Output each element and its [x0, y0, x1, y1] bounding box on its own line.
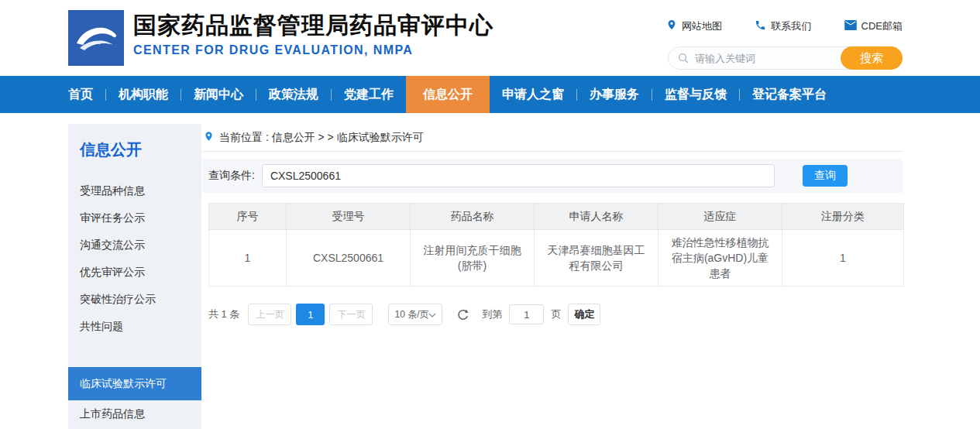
- query-input[interactable]: [262, 164, 775, 187]
- refresh-icon[interactable]: [456, 308, 469, 321]
- search-icon: [678, 53, 689, 63]
- query-bar: 查询条件: 查询: [202, 159, 903, 193]
- sidebar-title: 信息公开: [80, 141, 201, 159]
- page-size-select[interactable]: 10 条/页: [388, 304, 442, 325]
- breadcrumb: 当前位置 : 信息公开 > > 临床试验默示许可: [202, 124, 903, 152]
- nav-item-news[interactable]: 新闻中心: [181, 76, 256, 113]
- nav-item-supervision[interactable]: 监督与反馈: [652, 76, 739, 113]
- site-search: 搜索: [668, 46, 903, 70]
- col-header-drug-name: 药品名称: [411, 204, 535, 230]
- query-label: 查询条件:: [208, 169, 255, 183]
- pagination: 共 1 条 上一页 1 下一页 10 条/页 到第 页 确定: [208, 304, 903, 325]
- goto-page-input[interactable]: [509, 304, 544, 324]
- nav-item-services[interactable]: 办事服务: [577, 76, 652, 113]
- sidebar-item-review-tasks[interactable]: 审评任务公示: [68, 204, 201, 232]
- col-header-acceptance-no: 受理号: [287, 204, 411, 230]
- breadcrumb-text: 当前位置 : 信息公开 > > 临床试验默示许可: [219, 131, 424, 145]
- current-page-button[interactable]: 1: [296, 304, 325, 325]
- page-unit-label: 页: [551, 307, 561, 321]
- header-utility-links: 网站地图 联系我们 CDE邮箱: [666, 19, 903, 33]
- sitemap-link[interactable]: 网站地图: [666, 19, 722, 33]
- cell-index: 1: [209, 230, 287, 287]
- cell-applicant: 天津昂赛细胞基因工程有限公司: [535, 230, 658, 287]
- table-header-row: 序号 受理号 药品名称 申请人名称 适应症 注册分类: [209, 204, 904, 230]
- cell-indication: 难治性急性移植物抗宿主病(aGvHD)儿童患者: [658, 230, 782, 287]
- cell-registration-class: 1: [782, 230, 904, 287]
- cde-logo: [68, 10, 124, 66]
- page-size-value: 10 条/页: [394, 308, 428, 321]
- sidebar: 信息公开 受理品种信息 审评任务公示 沟通交流公示 优先审评公示 突破性治疗公示…: [68, 124, 201, 429]
- site-title-en: CENTER FOR DRUG EVALUATION, NMPA: [133, 43, 493, 57]
- main-nav: 首页 机构职能 新闻中心 政策法规 党建工作 信息公开 申请人之窗 办事服务 监…: [0, 76, 980, 113]
- main-content: 当前位置 : 信息公开 > > 临床试验默示许可 查询条件: 查询 序号 受理号…: [202, 124, 903, 325]
- search-button[interactable]: 搜索: [841, 46, 903, 70]
- cell-acceptance-no: CXSL2500661: [287, 230, 411, 287]
- results-table: 序号 受理号 药品名称 申请人名称 适应症 注册分类 1 CXSL2500661…: [208, 203, 904, 287]
- sidebar-item-marketed-drugs[interactable]: 上市药品信息: [68, 400, 201, 427]
- phone-icon: [755, 19, 766, 33]
- col-header-registration-class: 注册分类: [782, 204, 904, 230]
- site-header: 国家药品监督管理局药品审评中心 CENTER FOR DRUG EVALUATI…: [0, 0, 980, 76]
- nav-item-party[interactable]: 党建工作: [332, 76, 406, 113]
- nav-item-info-disclosure[interactable]: 信息公开: [406, 76, 490, 113]
- sidebar-item-accepted-varieties[interactable]: 受理品种信息: [68, 177, 201, 204]
- nav-item-functions[interactable]: 机构职能: [106, 76, 181, 113]
- sidebar-item-communication[interactable]: 沟通交流公示: [68, 232, 201, 259]
- contact-link[interactable]: 联系我们: [755, 19, 811, 33]
- sidebar-item-clinical-trial-implied-license[interactable]: 临床试验默示许可: [68, 367, 201, 400]
- sidebar-item-priority-review[interactable]: 优先审评公示: [68, 259, 201, 286]
- col-header-applicant: 申请人名称: [535, 204, 658, 230]
- sidebar-item-breakthrough-therapy[interactable]: 突破性治疗公示: [68, 286, 201, 313]
- col-header-index: 序号: [209, 204, 287, 230]
- nav-item-registration-platform[interactable]: 登记备案平台: [740, 76, 839, 113]
- col-header-indication: 适应症: [658, 204, 782, 230]
- table-row: 1 CXSL2500661 注射用间充质干细胞(脐带) 天津昂赛细胞基因工程有限…: [209, 230, 904, 287]
- search-input[interactable]: [689, 53, 841, 64]
- prev-page-button[interactable]: 上一页: [248, 304, 291, 325]
- chevron-down-icon: [428, 309, 436, 320]
- query-button[interactable]: 查询: [803, 165, 848, 187]
- sidebar-item-common-issues[interactable]: 共性问题: [68, 313, 201, 340]
- mail-icon: [844, 20, 857, 33]
- nav-item-policies[interactable]: 政策法规: [256, 76, 331, 113]
- pagination-total: 共 1 条: [208, 307, 239, 321]
- next-page-button[interactable]: 下一页: [329, 304, 373, 325]
- nav-item-applicant-window[interactable]: 申请人之窗: [490, 76, 576, 113]
- cde-mail-link[interactable]: CDE邮箱: [844, 19, 903, 33]
- cell-drug-name: 注射用间充质干细胞(脐带): [411, 230, 535, 287]
- nav-item-home[interactable]: 首页: [68, 76, 105, 113]
- map-pin-icon: [666, 19, 677, 33]
- confirm-button[interactable]: 确定: [568, 304, 600, 325]
- site-title-cn: 国家药品监督管理局药品审评中心: [133, 13, 493, 38]
- goto-label: 到第: [482, 307, 502, 321]
- location-pin-icon: [204, 130, 214, 145]
